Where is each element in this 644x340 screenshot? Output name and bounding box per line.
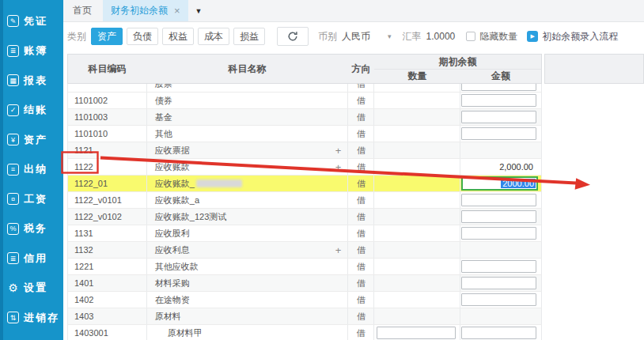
table-row-1402: 1402在途物资借 — [68, 292, 542, 308]
tab-list-caret-icon[interactable]: ▼ — [195, 0, 203, 21]
amount-cell: 2000.00 — [460, 176, 542, 191]
hide-quantity-label: 隐藏数量 — [479, 30, 517, 43]
currency-select[interactable]: 人民币 ▾ — [342, 30, 392, 43]
sidebar-item-voucher[interactable]: ✎凭证 — [0, 6, 63, 36]
amount-cell — [460, 292, 542, 308]
amount-input[interactable] — [461, 127, 536, 140]
selected-text: 2000.00 — [501, 179, 536, 188]
quantity-cell — [374, 192, 460, 208]
table-row-1122_01: 1122_01应收账款_借2000.00 — [68, 176, 542, 192]
header-empty-column — [544, 54, 644, 84]
expand-plus-icon[interactable]: + — [335, 245, 342, 255]
amount-input[interactable] — [461, 194, 536, 206]
amount-cell — [460, 109, 542, 125]
account-name-cell: 基金 — [147, 109, 348, 125]
category-button-负债[interactable]: 负债 — [127, 28, 158, 45]
account-name-cell: 其他应收款 — [147, 259, 348, 274]
amount-cell — [460, 242, 542, 258]
account-name-text: 在途物资 — [155, 294, 190, 306]
account-name-cell: 其他 — [147, 126, 348, 142]
quantity-cell — [374, 142, 460, 158]
amount-input[interactable] — [461, 84, 536, 91]
table-row-1122_v0101: 1122_v0101应收账款_a借 — [68, 192, 542, 209]
sidebar-item-label: 结账 — [24, 103, 47, 117]
sidebar-item-credit[interactable]: ≣信用 — [0, 244, 63, 274]
currency-label: 币别 — [318, 30, 337, 43]
table-body: 股票借1101002债券借1101003基金借1101010其他借1121应收票… — [67, 84, 542, 340]
quantity-cell — [374, 84, 460, 93]
sidebar-item-ledger[interactable]: ≣账簿 — [0, 36, 63, 66]
amount-cell — [460, 275, 542, 291]
account-code-cell: 1131 — [68, 225, 147, 241]
quantity-input[interactable] — [377, 327, 456, 339]
category-button-损益[interactable]: 损益 — [233, 28, 265, 45]
tab-bar: 首页 财务初始余额 × ▼ — [63, 0, 644, 22]
account-name-cell: 应收账款_123测试 — [147, 209, 348, 225]
table-row-1403001: 1403001原材料甲借 — [68, 325, 542, 340]
header-opening-balance-group: 期初余额 数量 金额 — [374, 54, 542, 84]
amount-input[interactable] — [461, 277, 536, 289]
amount-cell — [460, 325, 542, 340]
category-buttons: 资产负债权益成本损益 — [91, 28, 269, 45]
account-name-text: 应收账款_ — [155, 178, 195, 190]
amount-input[interactable] — [461, 327, 536, 339]
tab-home[interactable]: 首页 — [63, 0, 103, 21]
category-button-成本[interactable]: 成本 — [198, 28, 229, 45]
sidebar-item-report[interactable]: ▦报表 — [0, 66, 63, 96]
amount-input[interactable] — [461, 260, 536, 273]
direction-cell: 借 — [348, 176, 374, 191]
app-window: ✎凭证≣账簿▦报表✓结账¥资产≡出纳¤工资%税务≣信用⚙设置⇅进销存 首页 财务… — [0, 0, 644, 340]
sidebar-item-tax[interactable]: %税务 — [0, 214, 63, 244]
account-code-cell: 1403 — [68, 308, 147, 324]
header-quantity: 数量 — [374, 69, 460, 84]
header-account-name: 科目名称 — [146, 54, 348, 84]
report-icon: ▦ — [7, 74, 19, 86]
sidebar-item-closing[interactable]: ✓结账 — [0, 96, 63, 126]
sidebar-item-settings[interactable]: ⚙设置 — [0, 274, 63, 304]
account-name-cell: 债券 — [147, 93, 348, 108]
account-code-cell: 1122_v0101 — [68, 192, 147, 208]
account-name-cell: 股票 — [147, 84, 348, 93]
close-icon[interactable]: × — [174, 5, 180, 17]
account-name-cell: 应收账款_ — [147, 176, 349, 191]
direction-cell: 借 — [348, 93, 374, 108]
header-account-code: 科目编码 — [67, 54, 146, 84]
account-code-cell: 1122_v0102 — [68, 209, 147, 225]
amount-input[interactable] — [461, 94, 536, 107]
sidebar-item-inventory[interactable]: ⇅进销存 — [0, 303, 63, 333]
refresh-button[interactable] — [277, 27, 309, 46]
sidebar-item-salary[interactable]: ¤工资 — [0, 184, 63, 214]
sidebar-item-label: 进销存 — [24, 311, 59, 325]
quantity-cell — [374, 176, 460, 191]
category-button-权益[interactable]: 权益 — [162, 28, 194, 45]
process-guide-link[interactable]: 初始余额录入流程 — [542, 30, 618, 43]
tab-initial-balance[interactable]: 财务初始余额 × — [103, 0, 188, 21]
amount-input[interactable] — [461, 210, 536, 223]
account-code-cell: 1402 — [68, 292, 147, 308]
process-guide-icon[interactable]: ▶ — [527, 31, 538, 42]
hide-quantity-checkbox[interactable] — [466, 32, 475, 41]
expand-plus-icon[interactable]: + — [335, 145, 342, 156]
header-direction: 方向 — [348, 54, 374, 84]
sidebar-item-cashier[interactable]: ≡出纳 — [0, 155, 63, 185]
sidebar-item-asset[interactable]: ¥资产 — [0, 125, 63, 155]
account-name-text: 应收利息 — [155, 244, 190, 256]
expand-plus-icon[interactable]: + — [335, 162, 342, 172]
sidebar-item-label: 账簿 — [24, 43, 47, 58]
amount-cell — [460, 126, 542, 142]
amount-input-focused[interactable]: 2000.00 — [461, 176, 538, 191]
amount-input[interactable] — [461, 227, 536, 240]
category-button-资产[interactable]: 资产 — [91, 28, 123, 45]
amount-input[interactable] — [461, 293, 536, 306]
table-row-1122_v0102: 1122_v0102应收账款_123测试借 — [68, 209, 542, 225]
sidebar-item-label: 工资 — [24, 192, 47, 206]
account-name-text: 材料采购 — [155, 278, 190, 289]
refresh-icon — [287, 31, 298, 42]
table-row-top-partial: 股票借 — [68, 84, 542, 93]
amount-input[interactable] — [461, 111, 536, 123]
direction-cell: 借 — [348, 192, 374, 208]
account-name-text: 应收账款 — [155, 161, 190, 173]
account-name-text: 原材料甲 — [168, 327, 203, 339]
account-code-cell — [68, 84, 147, 93]
quantity-cell — [374, 225, 460, 241]
